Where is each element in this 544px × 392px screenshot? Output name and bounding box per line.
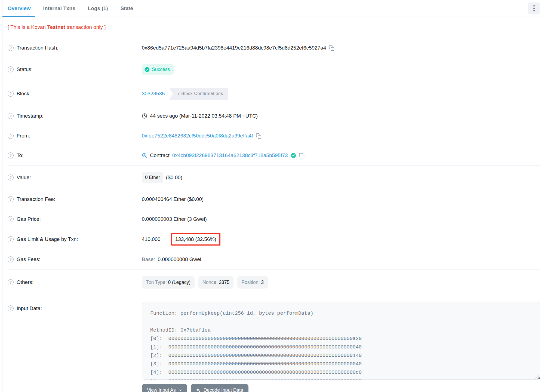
status-label: Status:	[17, 66, 33, 73]
gas-limit-value: 410,000	[142, 236, 161, 243]
gas-fees-label: Gas Fees:	[17, 256, 41, 263]
decode-gears-icon	[196, 388, 201, 392]
nonce-badge: Nonce: 3375	[198, 276, 233, 289]
tab-internal-txns[interactable]: Internal Txns	[43, 0, 75, 17]
row-gas-price: Gas Price: 0.000000003 Ether (3 Gwei)	[8, 209, 540, 229]
txn-type-badge: Txn Type: 0 (Legacy)	[142, 276, 195, 289]
copy-icon[interactable]	[329, 45, 334, 51]
row-block: Block: 30328535 7 Block Confirmations	[8, 81, 540, 106]
help-icon[interactable]	[8, 152, 14, 158]
txn-type-badge-value: 0 (Legacy)	[168, 280, 190, 285]
input-data-text: Function: performUpkeep(uint256 id, byte…	[150, 311, 362, 380]
value-usd: ($0.00)	[166, 174, 182, 181]
section-others-input: Others: Txn Type: 0 (Legacy) Nonce: 3375…	[8, 269, 540, 392]
view-input-as-button[interactable]: View Input As	[142, 384, 187, 392]
tab-bar: Overview Internal Txns Logs (1) State	[2, 0, 544, 17]
gas-limit-label: Gas Limit & Usage by Txn:	[17, 236, 78, 243]
clock-icon	[142, 113, 147, 119]
help-icon[interactable]	[8, 174, 14, 180]
gas-separator: |	[163, 236, 167, 243]
transaction-fee-value: 0.000400464 Ether ($0.00)	[142, 196, 204, 203]
block-confirmations-badge: 7 Block Confirmations	[169, 88, 228, 100]
value-label: Value:	[17, 174, 31, 181]
help-icon[interactable]	[8, 216, 14, 222]
transaction-detail-card: Overview Internal Txns Logs (1) State [ …	[2, 0, 544, 392]
transaction-hash-label: Transaction Hash:	[17, 45, 58, 51]
gas-price-label: Gas Price:	[17, 216, 41, 222]
nonce-badge-label: Nonce:	[202, 280, 219, 285]
help-icon[interactable]	[8, 196, 14, 202]
help-icon[interactable]	[8, 66, 14, 72]
position-badge: Position: 3	[237, 276, 268, 289]
help-icon[interactable]	[8, 236, 14, 242]
overview-content: [ This is a Kovan Testnet transaction on…	[2, 17, 544, 392]
position-badge-value: 3	[261, 280, 264, 285]
transaction-fee-label: Transaction Fee:	[17, 196, 55, 203]
nonce-badge-value: 3375	[219, 280, 229, 285]
row-input-data: Input Data: Function: performUpkeep(uint…	[8, 295, 540, 392]
row-timestamp: Timestamp: 44 secs ago (Mar-11-2022 03:5…	[8, 106, 540, 126]
tab-state[interactable]: State	[121, 0, 133, 17]
to-address-link[interactable]: 0x4cb093f226983713164a62138c3f718a5b595f…	[172, 152, 288, 159]
gas-usage-value: 133,488 (32.56%)	[175, 236, 216, 242]
kebab-dot-icon	[533, 8, 535, 9]
section-value: Value: 0 Ether ($0.00) Transaction Fee: …	[8, 165, 540, 209]
more-options-button[interactable]	[528, 2, 540, 14]
kebab-dot-icon	[533, 10, 535, 11]
from-address-link[interactable]: 0xfee7522e8482682cf50ddc50a0f8da2a39effa…	[142, 133, 253, 139]
input-data-label: Input Data:	[17, 305, 42, 312]
verified-check-icon	[291, 153, 296, 158]
row-value: Value: 0 Ether ($0.00)	[8, 166, 540, 189]
view-input-as-label: View Input As	[147, 387, 176, 392]
testnet-notice: [ This is a Kovan Testnet transaction on…	[8, 17, 540, 38]
row-to: To: Contract 0x4cb093f226983713164a62138…	[8, 146, 540, 165]
row-others: Others: Txn Type: 0 (Legacy) Nonce: 3375…	[8, 270, 540, 295]
help-icon[interactable]	[8, 256, 14, 262]
to-contract-prefix: Contract	[150, 152, 170, 159]
help-icon[interactable]	[8, 45, 14, 51]
row-gas-fees: Gas Fees: Base: 0.000000008 Gwei	[8, 250, 540, 269]
row-transaction-fee: Transaction Fee: 0.000400464 Ether ($0.0…	[8, 189, 540, 209]
help-icon[interactable]	[8, 91, 14, 97]
kebab-dot-icon	[533, 5, 535, 7]
block-number-link[interactable]: 30328535	[142, 90, 165, 97]
chevron-down-icon	[179, 388, 182, 392]
to-label: To:	[17, 152, 23, 159]
notice-prefix: [ This is a Kovan	[8, 24, 47, 30]
section-summary: Transaction Hash: 0x86ed5a771e725aa94d5b…	[8, 38, 540, 126]
notice-suffix: transaction only ]	[65, 24, 106, 30]
position-badge-label: Position:	[241, 280, 261, 285]
timestamp-value: 44 secs ago (Mar-11-2022 03:54:48 PM +UT…	[150, 113, 258, 119]
txn-type-badge-label: Txn Type:	[146, 280, 168, 285]
tab-overview[interactable]: Overview	[8, 0, 31, 17]
gas-fees-base-value: 0.000000008 Gwei	[158, 256, 201, 263]
row-gas-limit-usage: Gas Limit & Usage by Txn: 410,000 | 133,…	[8, 229, 540, 250]
search-plus-icon	[142, 153, 147, 158]
input-data-actions: View Input As Decode Input Data	[142, 384, 540, 392]
row-transaction-hash: Transaction Hash: 0x86ed5a771e725aa94d5b…	[8, 38, 540, 58]
section-addresses: From: 0xfee7522e8482682cf50ddc50a0f8da2a…	[8, 126, 540, 165]
gas-usage-highlight-box: 133,488 (32.56%)	[171, 233, 220, 246]
status-badge-text: Success	[152, 66, 170, 73]
copy-icon[interactable]	[299, 153, 305, 158]
copy-icon[interactable]	[256, 133, 262, 139]
help-icon[interactable]	[8, 113, 14, 119]
help-icon[interactable]	[8, 279, 14, 285]
transaction-hash-value: 0x86ed5a771e725aa94d5b7fa2398e4419e216d8…	[142, 45, 326, 51]
value-badge: 0 Ether	[142, 172, 163, 183]
timestamp-label: Timestamp:	[17, 113, 44, 119]
block-label: Block:	[17, 90, 31, 97]
check-circle-icon	[145, 67, 150, 72]
help-icon[interactable]	[8, 133, 14, 139]
decode-input-data-label: Decode Input Data	[204, 387, 243, 392]
input-data-textarea[interactable]: Function: performUpkeep(uint256 id, byte…	[142, 302, 540, 380]
tab-logs[interactable]: Logs (1)	[88, 0, 108, 17]
from-label: From:	[17, 133, 30, 139]
help-icon[interactable]	[8, 305, 14, 311]
section-gas: Gas Price: 0.000000003 Ether (3 Gwei) Ga…	[8, 209, 540, 269]
notice-bold: Testnet	[47, 24, 65, 30]
gas-price-value: 0.000000003 Ether (3 Gwei)	[142, 216, 207, 222]
gas-fees-base-label: Base:	[142, 256, 155, 263]
row-from: From: 0xfee7522e8482682cf50ddc50a0f8da2a…	[8, 126, 540, 146]
decode-input-data-button[interactable]: Decode Input Data	[191, 384, 248, 392]
